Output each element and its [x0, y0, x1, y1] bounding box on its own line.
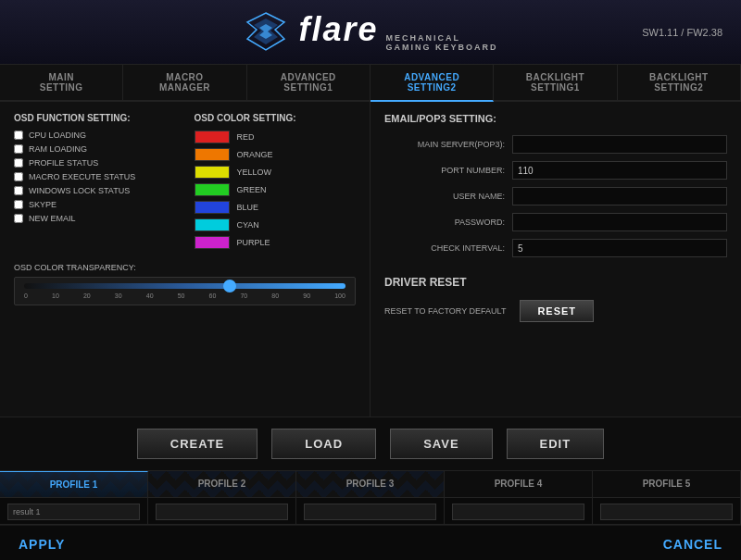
apply-button[interactable]: Apply [19, 537, 65, 552]
checkbox-ram-label: RAM Loading [29, 144, 87, 154]
checkbox-cpu-input[interactable] [14, 131, 23, 140]
profile-name-input-5[interactable] [600, 504, 733, 520]
nav-advanced-setting1[interactable]: ADVANCEDSETTING1 [247, 65, 370, 100]
checkbox-cpu: CPU Loading [14, 131, 176, 140]
profile-name-field-2 [148, 498, 296, 524]
profile-tab-4[interactable]: PROFILE 4 [445, 471, 593, 497]
form-label-port: Port Number: [384, 166, 505, 175]
osd-color-title: OSD COLOR SETTING: [195, 113, 357, 123]
slider-thumb[interactable] [223, 280, 236, 292]
checkbox-email-label: New Email [29, 214, 76, 223]
checkbox-ram-input[interactable] [14, 144, 23, 154]
profile-name-input-2[interactable] [156, 504, 288, 520]
profile-tab-5[interactable]: PROFILE 5 [593, 471, 741, 497]
email-title: Email/POP3 Setting: [384, 113, 727, 124]
checkbox-windows: Windows Lock Status [14, 186, 176, 195]
form-row-password: Password: [384, 213, 727, 231]
input-password[interactable] [512, 213, 727, 231]
main-content: OSD FUNCTION SETTING: CPU Loading RAM Lo… [0, 102, 741, 417]
slider-container: 0 10 20 30 40 50 60 70 80 90 100 [14, 277, 356, 305]
form-label-server: Main Server(POP3): [384, 140, 505, 149]
profile-name-input-4[interactable] [452, 504, 584, 520]
osd-function-title: OSD FUNCTION SETTING: [14, 113, 176, 123]
color-row-orange: ORANGE [195, 148, 357, 161]
profile-name-input-3[interactable] [304, 504, 436, 520]
checkbox-windows-input[interactable] [14, 186, 23, 195]
color-label-orange: ORANGE [237, 150, 273, 159]
save-button[interactable]: SAVE [390, 429, 492, 459]
logo-flare-text: flare [298, 13, 378, 46]
nav-backlight-setting2[interactable]: BACKLIGHTSETTING2 [618, 65, 741, 100]
nav-backlight-setting1[interactable]: BACKLIGHTSETTING1 [494, 65, 617, 100]
form-label-username: User Name: [384, 192, 505, 201]
nav-main-setting[interactable]: MAINSETTING [0, 65, 123, 100]
input-user-name[interactable] [512, 187, 727, 205]
profile-name-field-3 [296, 498, 445, 524]
reset-label: RESET TO FACTORY DEFAULT [384, 306, 506, 316]
profile-tab-2[interactable]: PROFILE 2 [148, 471, 296, 497]
input-main-server[interactable] [512, 135, 727, 154]
driver-reset-title: DRIVER RESET [384, 276, 727, 289]
reset-button[interactable]: RESET [520, 300, 594, 322]
driver-reset-section: DRIVER RESET RESET TO FACTORY DEFAULT RE… [384, 276, 727, 322]
checkbox-profile-input[interactable] [14, 158, 23, 168]
color-swatch-blue[interactable] [195, 201, 230, 214]
color-swatch-cyan[interactable] [195, 218, 230, 231]
checkbox-profile: Profile Status [14, 158, 176, 168]
footer: Apply Cancel [0, 525, 741, 560]
color-swatch-red[interactable] [195, 131, 230, 143]
slider-labels: 0 10 20 30 40 50 60 70 80 90 100 [24, 292, 345, 299]
right-panel: Email/POP3 Setting: Main Server(POP3): P… [370, 102, 741, 417]
color-row-blue: BLUE [195, 201, 357, 214]
slider-track[interactable] [24, 283, 345, 289]
nav-advanced-setting2[interactable]: ADVANCEDSETTING2 [370, 65, 494, 102]
header: flare MECHANICAL GAMING KEYBOARD SW1.11 … [0, 0, 741, 65]
profile-tabs: PROFILE 1 PROFILE 2 PROFILE 3 PROFILE 4 … [0, 471, 741, 498]
logo-text: flare MECHANICAL GAMING KEYBOARD [298, 13, 497, 52]
checkbox-macro-label: Macro Execute Status [29, 172, 135, 181]
create-button[interactable]: CREATE [137, 429, 257, 459]
color-swatch-orange[interactable] [195, 148, 230, 161]
load-button[interactable]: LOAD [271, 429, 376, 459]
logo-container: flare MECHANICAL GAMING KEYBOARD [243, 11, 497, 53]
cancel-button[interactable]: Cancel [663, 537, 722, 552]
nav-bar: MAINSETTING MACROMANAGER ADVANCEDSETTING… [0, 65, 741, 102]
profile-name-field-4 [445, 498, 593, 524]
checkbox-windows-label: Windows Lock Status [29, 186, 130, 195]
input-check-interval[interactable] [512, 239, 727, 257]
input-port-number[interactable] [512, 161, 727, 180]
color-swatch-purple[interactable] [195, 236, 230, 249]
form-row-port: Port Number: [384, 161, 727, 180]
checkbox-macro-input[interactable] [14, 172, 23, 181]
color-row-cyan: CYAN [195, 218, 357, 231]
form-row-server: Main Server(POP3): [384, 135, 727, 154]
form-row-username: User Name: [384, 187, 727, 205]
color-label-purple: PURPLE [237, 238, 270, 247]
profile-tab-3[interactable]: PROFILE 3 [296, 471, 445, 497]
color-swatch-green[interactable] [195, 183, 230, 196]
transparency-title: OSD COLOR TRANSPARENCY: [14, 263, 356, 272]
checkbox-skype-input[interactable] [14, 200, 23, 209]
color-row-green: GREEN [195, 183, 357, 196]
form-row-interval: Check Interval: [384, 239, 727, 257]
profile-name-field-5 [593, 498, 741, 524]
color-label-red: RED [237, 132, 255, 142]
logo-gaming: GAMING KEYBOARD [386, 43, 498, 52]
profile-name-input-1[interactable] [7, 504, 140, 520]
checkbox-email: New Email [14, 214, 176, 223]
color-label-cyan: CYAN [237, 220, 259, 230]
checkbox-email-input[interactable] [14, 214, 23, 223]
color-swatch-yellow[interactable] [195, 166, 230, 179]
checkbox-ram: RAM Loading [14, 144, 176, 154]
profile-tab-1[interactable]: PROFILE 1 [0, 471, 148, 497]
logo-mechanical: MECHANICAL [386, 33, 498, 43]
color-label-blue: BLUE [237, 203, 259, 212]
edit-button[interactable]: EDIT [507, 429, 605, 459]
left-panel: OSD FUNCTION SETTING: CPU Loading RAM Lo… [0, 102, 370, 417]
color-label-yellow: YELLOW [237, 168, 272, 177]
form-label-password: Password: [384, 218, 505, 227]
color-row-purple: PURPLE [195, 236, 357, 249]
transparency-section: OSD COLOR TRANSPARENCY: 0 10 20 30 40 50… [14, 263, 356, 305]
nav-macro-manager[interactable]: MACROMANAGER [123, 65, 246, 100]
checkbox-cpu-label: CPU Loading [29, 131, 86, 140]
